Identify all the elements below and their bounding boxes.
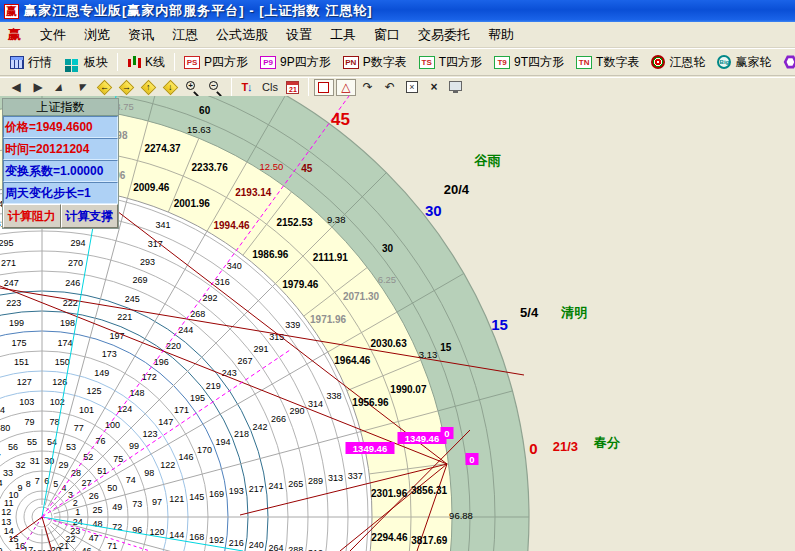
svg-text:1994.46: 1994.46 bbox=[213, 220, 250, 231]
svg-text:1349.46: 1349.46 bbox=[405, 433, 439, 444]
svg-text:2071.30: 2071.30 bbox=[343, 291, 380, 302]
svg-text:265: 265 bbox=[288, 479, 303, 489]
calendar-icon: 21 bbox=[286, 81, 299, 94]
calc-support-button[interactable]: 计算支撑 bbox=[61, 204, 119, 228]
gann-wheel-button[interactable]: 江恩轮 bbox=[645, 51, 711, 74]
svg-text:217: 217 bbox=[249, 484, 264, 494]
pan-right-button[interactable]: → bbox=[116, 79, 136, 96]
quotes-button[interactable]: 行情 bbox=[4, 51, 58, 74]
kline-button[interactable]: K线 bbox=[121, 51, 171, 74]
svg-text:1986.96: 1986.96 bbox=[252, 249, 289, 260]
p9-square-button[interactable]: P9 9P四方形 bbox=[254, 51, 337, 74]
svg-text:121: 121 bbox=[169, 494, 184, 504]
svg-text:1971.96: 1971.96 bbox=[310, 314, 347, 325]
svg-text:149: 149 bbox=[94, 368, 109, 378]
shape-triangle-toggle[interactable]: △ bbox=[336, 79, 356, 96]
tools-toolbar: ◀ ▶ ▲ ▼ ← → ↑ ↓ + − T↓ Cls 21 △ ↷ ↶ × × bbox=[0, 77, 795, 96]
calendar-button[interactable]: 21 bbox=[283, 79, 303, 96]
svg-text:56: 56 bbox=[8, 442, 18, 452]
svg-text:4: 4 bbox=[61, 483, 66, 493]
menu-item-window[interactable]: 窗口 bbox=[365, 24, 409, 46]
table-icon bbox=[10, 56, 24, 69]
rotate-cw-button[interactable]: ↷ bbox=[358, 79, 378, 96]
time-axis-button[interactable]: T↓ bbox=[237, 79, 257, 96]
menu-item-tools[interactable]: 工具 bbox=[321, 24, 365, 46]
pan-up-button[interactable]: ↑ bbox=[138, 79, 158, 96]
menu-bar: 赢 文件 浏览 资讯 江恩 公式选股 设置 工具 窗口 交易委托 帮助 bbox=[0, 22, 795, 48]
gann-wheel-svg[interactable]: 1234567891011121314151617181920212223242… bbox=[0, 96, 795, 551]
t-square-button[interactable]: TS T四方形 bbox=[413, 51, 488, 74]
winner-wheel-button[interactable]: Big 赢家轮 bbox=[711, 51, 777, 74]
svg-text:23: 23 bbox=[70, 526, 80, 536]
svg-text:245: 245 bbox=[125, 294, 140, 304]
menu-item-info[interactable]: 资讯 bbox=[119, 24, 163, 46]
rotate-ccw-button[interactable]: ↶ bbox=[380, 79, 400, 96]
clear-button[interactable]: Cls bbox=[259, 79, 281, 96]
diamond-right-icon: → bbox=[118, 79, 134, 95]
t-number-table-button[interactable]: TN T数字表 bbox=[570, 51, 645, 74]
menu-item-view[interactable]: 浏览 bbox=[75, 24, 119, 46]
converge-button[interactable]: × bbox=[424, 79, 444, 96]
toolbar-separator bbox=[117, 53, 118, 71]
menu-item-file[interactable]: 文件 bbox=[31, 24, 75, 46]
t9-square-button[interactable]: T9 9T四方形 bbox=[488, 51, 570, 74]
svg-text:2009.46: 2009.46 bbox=[133, 182, 170, 193]
svg-text:2152.53: 2152.53 bbox=[276, 217, 313, 228]
svg-text:339: 339 bbox=[285, 320, 300, 330]
svg-text:340: 340 bbox=[227, 261, 242, 271]
arrow-left-button[interactable]: ◀ bbox=[6, 79, 26, 96]
pan-left-button[interactable]: ← bbox=[94, 79, 114, 96]
svg-text:241: 241 bbox=[268, 481, 283, 491]
menu-item-formula-stockpick[interactable]: 公式选股 bbox=[207, 24, 277, 46]
svg-text:12.50: 12.50 bbox=[260, 161, 284, 172]
converge-icon: × bbox=[430, 80, 437, 94]
pn-icon: PN bbox=[343, 56, 359, 69]
p-square-button[interactable]: PS P四方形 bbox=[178, 51, 254, 74]
svg-text:0: 0 bbox=[444, 428, 449, 439]
screen-button[interactable] bbox=[446, 79, 466, 96]
instrument-title: 上证指数 bbox=[3, 99, 118, 116]
svg-text:74: 74 bbox=[126, 475, 136, 485]
svg-text:2030.63: 2030.63 bbox=[371, 338, 408, 349]
menu-item-help[interactable]: 帮助 bbox=[479, 24, 523, 46]
p-number-table-button[interactable]: PN P数字表 bbox=[337, 51, 413, 74]
svg-text:246: 246 bbox=[65, 278, 80, 288]
svg-text:0: 0 bbox=[469, 454, 474, 465]
svg-text:34: 34 bbox=[0, 478, 3, 488]
hexagon-icon bbox=[783, 55, 795, 69]
rotate-up-button[interactable]: ▲ bbox=[50, 79, 70, 96]
svg-text:313: 313 bbox=[328, 473, 343, 483]
svg-text:289: 289 bbox=[308, 476, 323, 486]
svg-text:2233.76: 2233.76 bbox=[192, 162, 229, 173]
menu-item-gann[interactable]: 江恩 bbox=[163, 24, 207, 46]
svg-text:45: 45 bbox=[331, 110, 350, 129]
svg-text:32: 32 bbox=[16, 460, 26, 470]
gann-wheel-chart[interactable]: 1234567891011121314151617181920212223242… bbox=[0, 96, 795, 551]
zoom-out-button[interactable]: − bbox=[205, 79, 226, 96]
shape-square-toggle[interactable] bbox=[314, 79, 334, 96]
svg-text:99: 99 bbox=[129, 441, 139, 451]
sectors-button[interactable]: 板块 bbox=[58, 51, 114, 74]
svg-text:198: 198 bbox=[60, 318, 75, 328]
svg-text:29: 29 bbox=[58, 460, 68, 470]
menu-item-trade[interactable]: 交易委托 bbox=[409, 24, 479, 46]
svg-text:101: 101 bbox=[79, 405, 94, 415]
svg-text:2301.96: 2301.96 bbox=[371, 488, 408, 499]
svg-text:173: 173 bbox=[102, 349, 117, 359]
zoom-in-button[interactable]: + bbox=[182, 79, 203, 96]
app-window: 赢 赢家江恩专业版[赢家内部服务平台] - [上证指数 江恩轮] 赢 文件 浏览… bbox=[0, 0, 795, 551]
svg-text:20/4: 20/4 bbox=[444, 182, 470, 197]
menu-item-settings[interactable]: 设置 bbox=[277, 24, 321, 46]
triangle-icon: △ bbox=[341, 81, 350, 93]
window-title: 赢家江恩专业版[赢家内部服务平台] - [上证指数 江恩轮] bbox=[24, 2, 372, 20]
hexagon-button[interactable]: 六角形 bbox=[777, 51, 795, 74]
delete-box-button[interactable]: × bbox=[402, 79, 422, 96]
title-bar[interactable]: 赢 赢家江恩专业版[赢家内部服务平台] - [上证指数 江恩轮] bbox=[0, 0, 795, 22]
svg-text:53: 53 bbox=[66, 442, 76, 452]
big-wheel-icon: Big bbox=[717, 55, 731, 69]
svg-text:295: 295 bbox=[0, 238, 13, 248]
rotate-down-button[interactable]: ▼ bbox=[72, 79, 92, 96]
calc-resistance-button[interactable]: 计算阻力 bbox=[3, 204, 61, 228]
arrow-right-button[interactable]: ▶ bbox=[28, 79, 48, 96]
pan-down-button[interactable]: ↓ bbox=[160, 79, 180, 96]
